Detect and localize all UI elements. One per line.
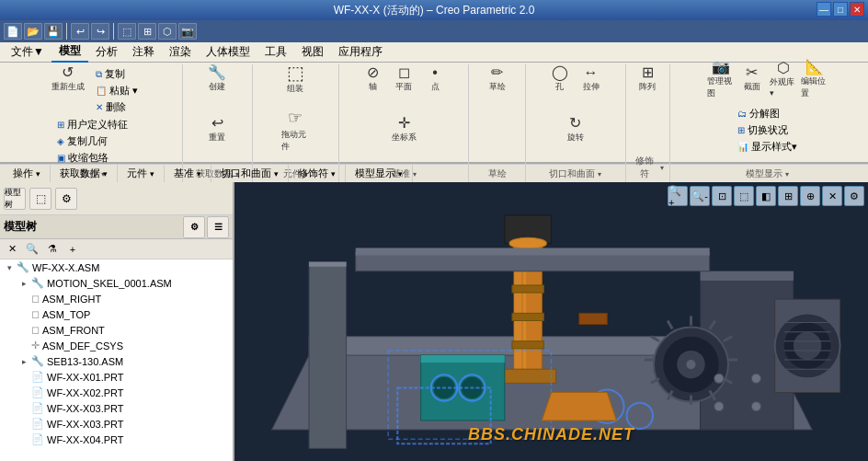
- create-button[interactable]: 🔧 创建: [202, 66, 232, 92]
- svg-rect-57: [579, 313, 607, 324]
- qa-btn3[interactable]: ⬡: [158, 23, 177, 40]
- lp-btn3[interactable]: ⚙: [55, 188, 77, 210]
- section-button[interactable]: ✂ 截面: [737, 66, 767, 92]
- pattern-button[interactable]: ⊞ 阵列: [633, 66, 662, 92]
- maximize-button[interactable]: □: [833, 2, 848, 17]
- qa-new-button[interactable]: 📄: [4, 23, 22, 40]
- qa-open-button[interactable]: 📂: [24, 23, 42, 40]
- close-button[interactable]: ✕: [850, 2, 864, 17]
- tree-item[interactable]: ▸🔧MOTION_SKEL_0001.ASM: [0, 275, 233, 291]
- sketch-icon: ✏: [491, 65, 503, 80]
- model-tree-nav-btn[interactable]: 模型树: [4, 188, 26, 210]
- edit-position-button[interactable]: 📐 编辑位置: [800, 66, 829, 92]
- tree-item[interactable]: 📄WF-XX-X04.PRT: [0, 432, 233, 447]
- vp-settings-btn[interactable]: ⚙: [844, 186, 864, 206]
- vp-view3-btn[interactable]: ⊞: [778, 186, 798, 206]
- section-label-model-display[interactable]: 模型显示 ▾: [346, 165, 413, 182]
- toggle-status-button[interactable]: ⊞切换状况: [735, 122, 800, 138]
- revolve-button[interactable]: ↻ 旋转: [561, 117, 590, 143]
- sketch-button[interactable]: ✏ 草绘: [474, 66, 520, 92]
- qa-btn1[interactable]: ⬚: [118, 23, 136, 40]
- qa-undo-button[interactable]: ↩: [71, 23, 89, 40]
- menu-analysis[interactable]: 分析: [88, 42, 125, 62]
- cut-surface-label[interactable]: 切口和曲面▾: [549, 167, 601, 180]
- menu-view[interactable]: 视图: [294, 42, 331, 62]
- point-button[interactable]: • 点: [420, 66, 450, 92]
- model-display-buttons: 📷 管理视图 ✂ 截面 ⬡ 外观库▾ 📐 编辑位置 🗂分解图 ⊞切换状: [676, 66, 859, 166]
- vp-zoom-fit-btn[interactable]: ⊡: [712, 186, 732, 206]
- tree-node-label: WF-XX-X03.PRT: [47, 403, 124, 414]
- hole-button[interactable]: ◯ 孔: [545, 66, 575, 92]
- tree-item[interactable]: ✛ASM_DEF_CSYS: [0, 338, 233, 353]
- section-icon: ✂: [746, 65, 758, 80]
- window-controls[interactable]: — □ ✕: [817, 2, 864, 17]
- tree-item[interactable]: ◻ASM_FRONT: [0, 322, 233, 338]
- minimize-button[interactable]: —: [817, 2, 831, 17]
- sketch-label: 草绘: [488, 167, 507, 180]
- vp-zoom-out-btn[interactable]: 🔍-: [690, 186, 710, 206]
- model-display-label[interactable]: 模型显示▾: [746, 167, 789, 180]
- menu-model[interactable]: 模型: [51, 41, 88, 63]
- regenerate-button[interactable]: ↺ 重新生成: [45, 66, 91, 92]
- section-label-get-data[interactable]: 获取数据 ▾: [51, 165, 118, 182]
- tree-close-btn[interactable]: ✕: [4, 241, 20, 258]
- qa-save-button[interactable]: 💾: [44, 23, 63, 40]
- copy-geom-button[interactable]: ◈复制几何: [54, 133, 131, 149]
- explode-button[interactable]: 🗂分解图: [735, 106, 800, 121]
- manage-views-button[interactable]: 📷 管理视图: [706, 66, 736, 92]
- display-style-button[interactable]: 📊显示样式▾: [735, 139, 800, 155]
- tree-find-btn[interactable]: 🔍: [24, 241, 40, 258]
- section-label-datum[interactable]: 基准 ▾: [165, 165, 211, 182]
- appearance-button[interactable]: ⬡ 外观库▾: [769, 66, 798, 92]
- section-label-operations[interactable]: 操作 ▾: [4, 165, 51, 182]
- modifier-label[interactable]: 修饰符▾: [632, 155, 665, 180]
- extrude-button[interactable]: ↔ 拉伸: [577, 66, 606, 92]
- csys-button[interactable]: ✛ 坐标系: [389, 117, 418, 143]
- plane-button[interactable]: ◻ 平面: [389, 66, 418, 92]
- qa-btn2[interactable]: ⊞: [138, 23, 156, 40]
- tree-item[interactable]: ▾🔧WF-XX-X.ASM: [0, 259, 233, 275]
- tree-item[interactable]: 📄WF-XX-X03.PRT: [0, 400, 233, 416]
- section-label-modifier[interactable]: 修饰符 ▾: [289, 165, 346, 182]
- delete-button[interactable]: ✕删除: [93, 99, 141, 115]
- 3d-viewport[interactable]: 🔍+ 🔍- ⊡ ⬚ ◧ ⊞ ⊕ ✕ ⚙: [234, 182, 868, 461]
- svg-rect-6: [701, 271, 794, 281]
- tree-item[interactable]: ◻ASM_TOP: [0, 306, 233, 322]
- user-feature-button[interactable]: ⊞用户定义特征: [54, 117, 131, 133]
- vp-view4-btn[interactable]: ⊕: [800, 186, 820, 206]
- tree-item[interactable]: ▸🔧SEB13-130.ASM: [0, 353, 233, 369]
- menu-render[interactable]: 渲染: [162, 42, 199, 62]
- qa-redo-button[interactable]: ↪: [91, 23, 109, 40]
- menu-annotation[interactable]: 注释: [125, 42, 162, 62]
- tree-settings-button[interactable]: ⚙: [183, 216, 205, 238]
- reset-button[interactable]: ↩ 重置: [202, 117, 232, 143]
- paste-button[interactable]: 📋粘贴 ▾: [93, 83, 141, 98]
- drag-button[interactable]: ☞ 拖动元件: [280, 117, 310, 143]
- vp-view1-btn[interactable]: ⬚: [734, 186, 754, 206]
- qa-btn4[interactable]: 📷: [178, 23, 197, 40]
- tree-expand-button[interactable]: ☰: [207, 216, 229, 238]
- tree-content[interactable]: ▾🔧WF-XX-X.ASM▸🔧MOTION_SKEL_0001.ASM ◻ASM…: [0, 259, 233, 461]
- copy-button[interactable]: ⧉复制: [93, 66, 141, 82]
- tree-node-icon: 📄: [31, 371, 44, 383]
- menu-tools[interactable]: 工具: [257, 42, 294, 62]
- tree-item[interactable]: 📄WF-XX-X02.PRT: [0, 385, 233, 400]
- axis-button[interactable]: ⊘ 轴: [358, 66, 387, 92]
- vp-view2-btn[interactable]: ◧: [756, 186, 776, 206]
- menu-file[interactable]: 文件▼: [4, 42, 51, 62]
- assemble-button[interactable]: ⬚ 组装: [272, 66, 318, 92]
- vp-view5-btn[interactable]: ✕: [822, 186, 842, 206]
- appearance-icon: ⬡: [777, 61, 790, 75]
- shrinkwrap-button[interactable]: ▣收缩包络: [54, 150, 131, 166]
- menu-manikin[interactable]: 人体模型: [199, 42, 257, 62]
- lp-btn2[interactable]: ⬚: [29, 188, 51, 210]
- tree-add-btn[interactable]: +: [64, 241, 81, 258]
- tree-item[interactable]: 📄WF-XX-X03.PRT: [0, 416, 233, 432]
- tree-filter-btn[interactable]: ⚗: [44, 241, 61, 258]
- vp-zoom-in-btn[interactable]: 🔍+: [668, 186, 688, 206]
- tree-item[interactable]: ◻ASM_RIGHT: [0, 291, 233, 306]
- section-label-cut-surface[interactable]: 切口和曲面 ▾: [211, 165, 289, 182]
- section-label-component[interactable]: 元件 ▾: [118, 165, 165, 182]
- tree-item[interactable]: 📄WF-XX-X01.PRT: [0, 369, 233, 385]
- menu-apps[interactable]: 应用程序: [331, 42, 390, 62]
